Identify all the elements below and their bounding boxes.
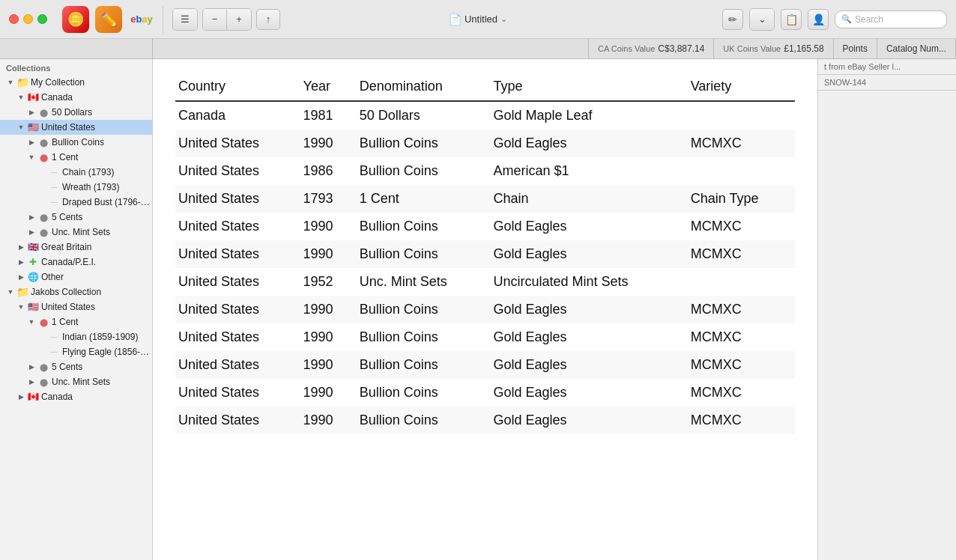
sidebar-item-us-jakobs[interactable]: ▼ 🇺🇸 United States xyxy=(0,299,152,314)
zoom-out-button[interactable]: − xyxy=(203,9,227,30)
cell-denomination: Bullion Coins xyxy=(357,407,491,434)
sidebar-toggle-button[interactable]: ☰ xyxy=(173,9,197,30)
cell-year: 1981 xyxy=(300,101,357,130)
cell-variety xyxy=(688,157,795,185)
enter-coin-icon[interactable]: 🪙 xyxy=(62,6,89,33)
cell-denomination: Bullion Coins xyxy=(357,130,491,157)
cell-denomination: Bullion Coins xyxy=(357,351,491,379)
cell-year: 1990 xyxy=(300,407,357,434)
person-button[interactable]: 👤 xyxy=(808,9,829,30)
sidebar-item-flying-eagle[interactable]: — Flying Eagle (1856-185... xyxy=(0,344,152,359)
sidebar-item-5-cents-jakobs[interactable]: ▶ ⬤ 5 Cents xyxy=(0,359,152,374)
sidebar-item-unc-mint-jakobs[interactable]: ▶ ⬤ Unc. Mint Sets xyxy=(0,374,152,389)
cell-country: United States xyxy=(175,268,300,296)
cell-variety xyxy=(688,268,795,296)
leaf-icon: — xyxy=(48,196,60,208)
coin-table-container[interactable]: Country Year Denomination Type Variety C… xyxy=(153,59,817,560)
expand-arrow: ▶ xyxy=(27,377,36,386)
table-row[interactable]: United States1952Unc. Mint SetsUncircula… xyxy=(175,268,795,296)
cell-country: United States xyxy=(175,213,300,240)
ebay-icon[interactable]: ebay xyxy=(128,6,155,33)
flag-ca-icon: 🇨🇦 xyxy=(27,91,39,103)
table-row[interactable]: United States1990Bullion CoinsGold Eagle… xyxy=(175,351,795,379)
table-row[interactable]: United States17931 CentChainChain Type xyxy=(175,185,795,213)
sidebar-item-bullion-coins[interactable]: ▶ ⬤ Bullion Coins xyxy=(0,135,152,150)
sidebar-item-great-britain[interactable]: ▶ 🇬🇧 Great Britain xyxy=(0,240,152,255)
sidebar-item-my-collection[interactable]: ▼ 📁 My Collection xyxy=(0,75,152,90)
col-type: Type xyxy=(490,74,687,101)
sidebar-item-canada-pei[interactable]: ▶ ✚ Canada/P.E.I. xyxy=(0,255,152,270)
circle-icon: ⬤ xyxy=(37,136,49,148)
table-row[interactable]: United States1990Bullion CoinsGold Eagle… xyxy=(175,130,795,157)
close-button[interactable] xyxy=(9,14,19,24)
pen-tool-button[interactable]: ✏ xyxy=(722,9,743,30)
cell-year: 1952 xyxy=(300,268,357,296)
sidebar-item-5-cents-my[interactable]: ▶ ⬤ 5 Cents xyxy=(0,210,152,225)
sidebar-item-1-cent-jakobs[interactable]: ▼ ⬤ 1 Cent xyxy=(0,314,152,329)
pen-dropdown-group: ⌄ xyxy=(749,8,775,31)
sidebar-item-us-my[interactable]: ▼ 🇺🇸 United States xyxy=(0,120,152,135)
table-row[interactable]: United States1990Bullion CoinsGold Eagle… xyxy=(175,379,795,407)
cell-type: Gold Eagles xyxy=(490,351,687,379)
expand-arrow: ▶ xyxy=(16,273,25,281)
clipboard-button[interactable]: 📋 xyxy=(781,9,802,30)
sidebar-item-1-cent[interactable]: ▼ ⬤ 1 Cent xyxy=(0,150,152,165)
cell-denomination: Bullion Coins xyxy=(357,240,491,268)
share-button[interactable]: ↑ xyxy=(256,9,280,30)
sidebar-item-jakobs-collection[interactable]: ▼ 📁 Jakobs Collection xyxy=(0,284,152,299)
cell-type: Uncirculated Mint Sets xyxy=(490,268,687,296)
cell-denomination: Bullion Coins xyxy=(357,379,491,407)
zoom-in-button[interactable]: + xyxy=(227,9,251,30)
sidebar-item-label: Unc. Mint Sets xyxy=(52,377,152,387)
sidebar-item-canada[interactable]: ▼ 🇨🇦 Canada xyxy=(0,90,152,105)
sidebar-item-50-dollars[interactable]: ▶ ⬤ 50 Dollars xyxy=(0,105,152,120)
sidebar-toggle-group: ☰ xyxy=(172,8,198,31)
search-box[interactable]: 🔍 Search xyxy=(835,10,947,28)
pen-dropdown-button[interactable]: ⌄ xyxy=(750,9,774,30)
sidebar-item-draped-bust[interactable]: — Draped Bust (1796-180... xyxy=(0,195,152,210)
sidebar-item-label: My Collection xyxy=(31,77,152,88)
stats-bar: CA Coins Value C$3,887.14 UK Coins Value… xyxy=(0,39,956,59)
maximize-button[interactable] xyxy=(37,14,47,24)
table-row[interactable]: Canada198150 DollarsGold Maple Leaf xyxy=(175,101,795,130)
cell-denomination: 50 Dollars xyxy=(357,101,491,130)
cell-year: 1990 xyxy=(300,240,357,268)
cell-variety: MCMXC xyxy=(688,130,795,157)
circle-icon: ⬤ xyxy=(37,316,49,328)
cell-country: United States xyxy=(175,323,300,351)
cell-type: Gold Maple Leaf xyxy=(490,101,687,130)
minimize-button[interactable] xyxy=(23,14,33,24)
cell-variety xyxy=(688,101,795,130)
points-stat: Points xyxy=(834,39,877,58)
sidebar-item-label: 50 Dollars xyxy=(52,107,152,118)
col-denomination: Denomination xyxy=(357,74,491,101)
uk-coins-stat: UK Coins Value £1,165.58 xyxy=(714,39,833,58)
sidebar-item-wreath-1793[interactable]: — Wreath (1793) xyxy=(0,180,152,195)
table-row[interactable]: United States1986Bullion CoinsAmerican $… xyxy=(175,157,795,185)
sidebar-item-label: United States xyxy=(41,122,152,133)
titlebar-right: ✏ ⌄ 📋 👤 🔍 Search xyxy=(722,8,956,31)
edit-icon[interactable]: ✏️ xyxy=(95,6,122,33)
table-row[interactable]: United States1990Bullion CoinsGold Eagle… xyxy=(175,240,795,268)
table-row[interactable]: United States1990Bullion CoinsGold Eagle… xyxy=(175,323,795,351)
cell-country: United States xyxy=(175,407,300,434)
expand-arrow: ▶ xyxy=(27,228,36,237)
table-row[interactable]: United States1990Bullion CoinsGold Eagle… xyxy=(175,296,795,323)
sidebar-item-other[interactable]: ▶ 🌐 Other xyxy=(0,270,152,284)
table-row[interactable]: United States1990Bullion CoinsGold Eagle… xyxy=(175,213,795,240)
collections-header: Collections xyxy=(0,59,152,75)
expand-arrow: ▼ xyxy=(27,153,36,162)
sidebar-item-indian-1859[interactable]: — Indian (1859-1909) xyxy=(0,329,152,344)
cell-denomination: Bullion Coins xyxy=(357,157,491,185)
collections-label-stat xyxy=(0,39,153,58)
cell-type: Gold Eagles xyxy=(490,407,687,434)
cell-type: Gold Eagles xyxy=(490,323,687,351)
cell-year: 1990 xyxy=(300,351,357,379)
sidebar-item-canada-jakobs[interactable]: ▶ 🇨🇦 Canada xyxy=(0,389,152,404)
content-area: Country Year Denomination Type Variety C… xyxy=(153,59,817,560)
sidebar-item-chain-1793[interactable]: — Chain (1793) xyxy=(0,165,152,180)
table-row[interactable]: United States1990Bullion CoinsGold Eagle… xyxy=(175,407,795,434)
sidebar-item-unc-mint-my[interactable]: ▶ ⬤ Unc. Mint Sets xyxy=(0,225,152,240)
sidebar-item-label: Unc. Mint Sets xyxy=(52,227,152,237)
cell-type: Gold Eagles xyxy=(490,130,687,157)
